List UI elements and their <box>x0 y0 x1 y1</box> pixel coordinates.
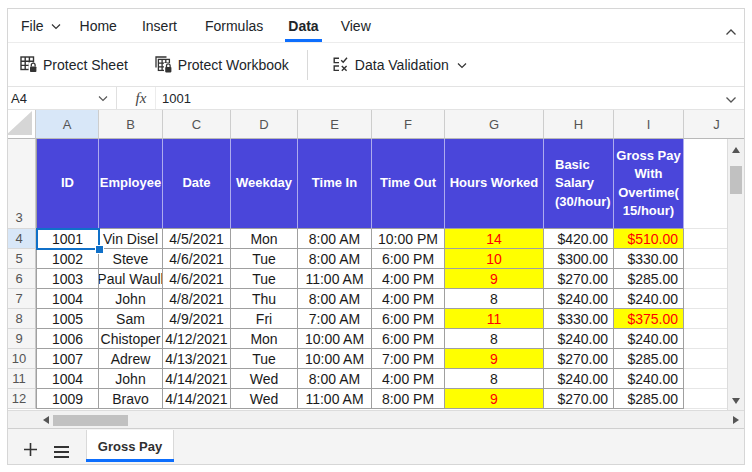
cell-C10[interactable]: 4/13/2021 <box>163 349 231 369</box>
ribbon-tab-formulas[interactable]: Formulas <box>202 9 266 42</box>
cell-F4[interactable]: 10:00 PM <box>372 229 445 249</box>
cell-H5[interactable]: $300.00 <box>544 249 614 269</box>
cell-G12[interactable]: 9 <box>445 389 544 409</box>
cell-C8[interactable]: 4/9/2021 <box>163 309 231 329</box>
cell-E10[interactable]: 10:00 AM <box>298 349 372 369</box>
column-header-J[interactable]: J <box>684 110 744 139</box>
cell-G11[interactable]: 8 <box>445 369 544 389</box>
row-header-5[interactable]: 5 <box>8 249 36 269</box>
select-all-button[interactable] <box>8 110 36 139</box>
cell-E9[interactable]: 10:00 AM <box>298 329 372 349</box>
table-header-cell[interactable]: BasicSalary(30/hour) <box>544 139 614 229</box>
cell-B8[interactable]: Sam <box>99 309 163 329</box>
column-header-D[interactable]: D <box>231 110 298 139</box>
column-header-E[interactable]: E <box>298 110 372 139</box>
add-sheet-button[interactable] <box>23 442 38 457</box>
cell-H12[interactable]: $270.00 <box>544 389 614 409</box>
cell-G7[interactable]: 8 <box>445 289 544 309</box>
cell-C9[interactable]: 4/12/2021 <box>163 329 231 349</box>
column-header-I[interactable]: I <box>614 110 684 139</box>
table-header-cell[interactable]: Time In <box>298 139 372 229</box>
table-header-cell[interactable]: ID <box>36 139 99 229</box>
row-header-11[interactable]: 11 <box>8 369 36 389</box>
cell-B5[interactable]: Steve <box>99 249 163 269</box>
table-header-cell[interactable]: Weekday <box>231 139 298 229</box>
cell-A8[interactable]: 1005 <box>36 309 99 329</box>
cell-A9[interactable]: 1006 <box>36 329 99 349</box>
cell-C11[interactable]: 4/14/2021 <box>163 369 231 389</box>
cell-A11[interactable]: 1004 <box>36 369 99 389</box>
cell-G10[interactable]: 9 <box>445 349 544 369</box>
sheet-tab-gross-pay[interactable]: Gross Pay <box>86 430 174 462</box>
row-header-12[interactable]: 12 <box>8 389 36 409</box>
cell-D10[interactable]: Tue <box>231 349 298 369</box>
cell-D7[interactable]: Thu <box>231 289 298 309</box>
horizontal-scrollbar[interactable] <box>8 410 744 428</box>
collapse-ribbon-button[interactable] <box>725 23 737 32</box>
list-sheets-button[interactable] <box>53 444 70 456</box>
cell-G5[interactable]: 10 <box>445 249 544 269</box>
cell-A5[interactable]: 1002 <box>36 249 99 269</box>
row-header-8[interactable]: 8 <box>8 309 36 329</box>
cell-D5[interactable]: Tue <box>231 249 298 269</box>
cell-C6[interactable]: 4/6/2021 <box>163 269 231 289</box>
row-header-9[interactable]: 9 <box>8 329 36 349</box>
cell-G8[interactable]: 11 <box>445 309 544 329</box>
cell-F11[interactable]: 4:00 PM <box>372 369 445 389</box>
ribbon-tab-view[interactable]: View <box>338 9 374 42</box>
column-header-H[interactable]: H <box>544 110 614 139</box>
vertical-scroll-thumb[interactable] <box>730 166 742 194</box>
table-header-cell[interactable]: Time Out <box>372 139 445 229</box>
autofill-handle[interactable] <box>95 245 104 254</box>
cell-F6[interactable]: 4:00 PM <box>372 269 445 289</box>
table-header-cell[interactable]: Employee <box>99 139 163 229</box>
horizontal-scroll-thumb[interactable] <box>53 415 128 426</box>
cell-F12[interactable]: 8:00 PM <box>372 389 445 409</box>
ribbon-tab-home[interactable]: Home <box>77 9 120 42</box>
cell-I12[interactable]: $285.00 <box>614 389 684 409</box>
cell-I7[interactable]: $240.00 <box>614 289 684 309</box>
cell-G6[interactable]: 9 <box>445 269 544 289</box>
row-header-7[interactable]: 7 <box>8 289 36 309</box>
ribbon-tab-file[interactable]: File <box>18 9 64 42</box>
ribbon-tab-insert[interactable]: Insert <box>139 9 180 42</box>
cell-H9[interactable]: $240.00 <box>544 329 614 349</box>
row-header-10[interactable]: 10 <box>8 349 36 369</box>
cell-D9[interactable]: Mon <box>231 329 298 349</box>
table-header-cell[interactable]: Gross PayWithOvertime(15/hour) <box>614 139 684 229</box>
cell-E4[interactable]: 8:00 AM <box>298 229 372 249</box>
cell-I8[interactable]: $375.00 <box>614 309 684 329</box>
cell-H8[interactable]: $330.00 <box>544 309 614 329</box>
cell-E8[interactable]: 7:00 AM <box>298 309 372 329</box>
insert-function-button[interactable]: fx <box>117 87 156 109</box>
formula-input[interactable]: 1001 <box>156 87 744 109</box>
column-header-B[interactable]: B <box>99 110 163 139</box>
cell-D6[interactable]: Tue <box>231 269 298 289</box>
cell-D11[interactable]: Wed <box>231 369 298 389</box>
ribbon-tab-data[interactable]: Data <box>285 9 321 42</box>
cell-H6[interactable]: $270.00 <box>544 269 614 289</box>
column-header-G[interactable]: G <box>445 110 544 139</box>
cell-B10[interactable]: Adrew <box>99 349 163 369</box>
cell-B4[interactable]: Vin Disel <box>99 229 163 249</box>
row-header-6[interactable]: 6 <box>8 269 36 289</box>
cell-B12[interactable]: Bravo <box>99 389 163 409</box>
table-header-cell[interactable]: Date <box>163 139 231 229</box>
scroll-down-arrow-icon[interactable] <box>732 398 740 404</box>
scroll-up-arrow-icon[interactable] <box>732 147 740 153</box>
cell-I4[interactable]: $510.00 <box>614 229 684 249</box>
cell-C7[interactable]: 4/8/2021 <box>163 289 231 309</box>
cell-C4[interactable]: 4/5/2021 <box>163 229 231 249</box>
cell-I9[interactable]: $240.00 <box>614 329 684 349</box>
cell-D12[interactable]: Wed <box>231 389 298 409</box>
row-header-3[interactable]: 3 <box>8 139 36 229</box>
expand-formula-bar-button[interactable] <box>725 93 737 103</box>
protect-sheet-button[interactable]: Protect Sheet <box>20 56 128 73</box>
cell-A10[interactable]: 1007 <box>36 349 99 369</box>
cell-D4[interactable]: Mon <box>231 229 298 249</box>
cell-A7[interactable]: 1004 <box>36 289 99 309</box>
cell-E6[interactable]: 11:00 AM <box>298 269 372 289</box>
cell-B11[interactable]: John <box>99 369 163 389</box>
row-header-4[interactable]: 4 <box>8 229 36 249</box>
cell-D8[interactable]: Fri <box>231 309 298 329</box>
